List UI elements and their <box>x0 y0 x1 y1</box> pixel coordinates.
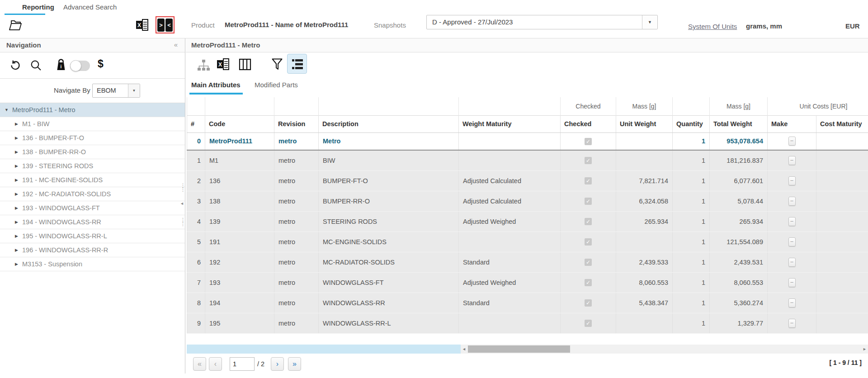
toggle-switch[interactable] <box>70 61 90 71</box>
first-page-button[interactable]: « <box>193 357 206 371</box>
hierarchy-icon[interactable] <box>197 59 210 74</box>
columns-icon[interactable] <box>239 58 251 72</box>
splitter-drag-handle[interactable]: ⋮⋮ <box>180 184 185 192</box>
make-tristate-checkbox[interactable]: − <box>788 237 796 246</box>
cost-dollar-icon[interactable]: $ <box>98 58 104 70</box>
page-number-input[interactable] <box>230 357 255 371</box>
excel-export-icon[interactable]: X <box>136 18 149 33</box>
tree-collapsed-icon[interactable]: ▶ <box>15 117 18 131</box>
navigate-by-value: EBOM <box>97 87 116 94</box>
collapse-sidebar-icon[interactable]: « <box>174 41 178 48</box>
system-of-units-link[interactable]: System Of Units <box>688 23 737 30</box>
scroll-left-icon[interactable]: ◄ <box>462 345 466 354</box>
make-tristate-checkbox[interactable]: − <box>788 319 796 328</box>
table-row[interactable]: 4139metroSTEERING RODSAdjusted Weighed✓2… <box>187 211 868 232</box>
search-icon[interactable] <box>30 59 42 73</box>
tree-expanded-icon[interactable]: ▼ <box>5 103 9 117</box>
cell-unit_weight: 2,439.533 <box>616 252 673 272</box>
table-row[interactable]: 0MetroProd111metroMetro✓1953,078.654− <box>187 132 868 150</box>
make-tristate-checkbox[interactable]: − <box>788 278 796 287</box>
table-row[interactable]: 5191metroMC-ENGINE-SOLIDS✓1121,554.089− <box>187 232 868 252</box>
tree-item[interactable]: ▶M3153 - Suspension <box>0 257 185 271</box>
tree-collapsed-icon[interactable]: ▶ <box>15 187 18 201</box>
next-page-button[interactable]: › <box>271 357 284 371</box>
tree-item[interactable]: ▶192 - MC-RADIATOR-SOLIDS <box>0 187 185 201</box>
tree-item[interactable]: ▶194 - WINDOWGLASS-RR <box>0 215 185 229</box>
make-tristate-checkbox[interactable]: − <box>788 137 796 146</box>
cell-revision: metro <box>274 170 319 191</box>
table-row[interactable]: 8194metroWINDOWGLASS-RRStandard✓5,438.34… <box>187 293 868 313</box>
open-folder-icon[interactable] <box>8 19 23 33</box>
excel-export-icon[interactable]: X <box>217 57 230 73</box>
column-header-revision[interactable]: Revision <box>274 115 319 132</box>
tab-main-attributes[interactable]: Main Attributes <box>191 81 241 89</box>
cell-weight_maturity: Adjusted Calculated <box>459 191 561 211</box>
make-tristate-checkbox[interactable]: − <box>788 197 796 206</box>
column-header-checked[interactable]: Checked <box>561 115 616 132</box>
last-page-button[interactable]: » <box>288 357 301 371</box>
tree-item[interactable]: ▶139 - STEERING RODS <box>0 159 185 173</box>
cell-num: 7 <box>187 272 205 293</box>
make-tristate-checkbox[interactable]: − <box>788 258 796 267</box>
prev-page-button[interactable]: ‹ <box>209 357 222 371</box>
make-tristate-checkbox[interactable]: − <box>788 298 796 307</box>
tree-collapsed-icon[interactable]: ▶ <box>15 131 18 145</box>
tree-item[interactable]: ▶196 - WINDOWGLASS-RR-R <box>0 243 185 257</box>
refresh-icon[interactable] <box>9 59 21 73</box>
tree-item[interactable]: ▶193 - WINDOWGLASS-FT <box>0 201 185 215</box>
collapse-columns-icon[interactable]: > <box>157 19 165 32</box>
tree-item[interactable]: ▶195 - WINDOWGLASS-RR-L <box>0 229 185 243</box>
column-header-description[interactable]: Description <box>319 115 459 132</box>
tree-collapsed-icon[interactable]: ▶ <box>15 257 18 271</box>
column-header-unit_weight[interactable]: Unit Weight <box>616 115 673 132</box>
column-header-cost_maturity[interactable]: Cost Maturity <box>816 115 868 132</box>
column-header-make[interactable]: Make <box>768 115 816 132</box>
details-view-button[interactable] <box>287 54 307 74</box>
tree-item[interactable]: ▶136 - BUMPER-FT-O <box>0 131 185 145</box>
weight-icon[interactable]: i <box>55 58 67 73</box>
make-tristate-checkbox[interactable]: − <box>788 176 796 185</box>
collapse-columns-icon-right[interactable]: < <box>165 19 173 32</box>
splitter-collapse-icon[interactable]: ◄ <box>180 201 184 206</box>
tree-collapsed-icon[interactable]: ▶ <box>15 201 18 215</box>
chevron-down-icon[interactable]: ▼ <box>642 15 657 29</box>
table-row[interactable]: 2136metroBUMPER-FT-OAdjusted Calculated✓… <box>187 170 868 191</box>
tree-collapsed-icon[interactable]: ▶ <box>15 229 18 243</box>
tree-collapsed-icon[interactable]: ▶ <box>15 145 18 159</box>
tab-advanced-search[interactable]: Advanced Search <box>63 3 117 11</box>
page-total-label: / 2 <box>257 360 264 368</box>
tab-modified-parts[interactable]: Modified Parts <box>255 81 298 89</box>
cell-unit_weight: 5,438.347 <box>616 293 673 313</box>
tree-item[interactable]: ▶191 - MC-ENGINE-SOLIDS <box>0 173 185 187</box>
make-tristate-checkbox[interactable]: − <box>788 156 796 165</box>
tree-collapsed-icon[interactable]: ▶ <box>15 243 18 257</box>
column-header-code[interactable]: Code <box>205 115 274 132</box>
snapshot-select[interactable]: D - Approved - 27/Jul/2023 ▼ <box>426 15 658 29</box>
make-tristate-checkbox[interactable]: − <box>788 217 796 226</box>
scroll-right-icon[interactable]: ► <box>863 345 867 354</box>
table-row[interactable]: 7193metroWINDOWGLASS-FTAdjusted Weighed✓… <box>187 272 868 293</box>
column-header-num[interactable]: # <box>187 115 205 132</box>
tab-reporting[interactable]: Reporting <box>22 3 54 11</box>
scrollbar-thumb[interactable] <box>468 345 570 353</box>
tree-item[interactable]: ▶M1 - BIW <box>0 117 185 131</box>
tree-collapsed-icon[interactable]: ▶ <box>15 215 18 229</box>
tree-collapsed-icon[interactable]: ▶ <box>15 159 18 173</box>
tree-collapsed-icon[interactable]: ▶ <box>15 173 18 187</box>
horizontal-scrollbar[interactable]: ◄ ► <box>461 345 868 354</box>
column-header-total_weight[interactable]: Total Weight <box>710 115 768 132</box>
table-row[interactable]: 9195metroWINDOWGLASS-RR-L✓11,329.77− <box>187 313 868 333</box>
toggle-knob[interactable] <box>70 60 81 71</box>
filter-icon[interactable] <box>271 58 283 72</box>
tree-item[interactable]: ▶138 - BUMPER-RR-O <box>0 145 185 159</box>
table-row[interactable]: 6192metroMC-RADIATOR-SOLIDSStandard✓2,43… <box>187 252 868 272</box>
navigate-by-select[interactable]: EBOM ▼ <box>92 84 140 98</box>
chevron-down-icon[interactable]: ▼ <box>128 84 140 97</box>
table-row[interactable]: 3138metroBUMPER-RR-OAdjusted Calculated✓… <box>187 191 868 211</box>
sidebar-toolbar: i $ <box>0 52 185 79</box>
column-header-weight_maturity[interactable]: Weight Maturity <box>459 115 561 132</box>
column-header-quantity[interactable]: Quantity <box>673 115 710 132</box>
splitter-drag-handle[interactable]: ⋮⋮ <box>180 218 185 226</box>
tree-item[interactable]: ▼MetroProd111 - Metro <box>0 103 185 117</box>
table-row[interactable]: 1M1metroBIW✓1181,216.837− <box>187 150 868 170</box>
